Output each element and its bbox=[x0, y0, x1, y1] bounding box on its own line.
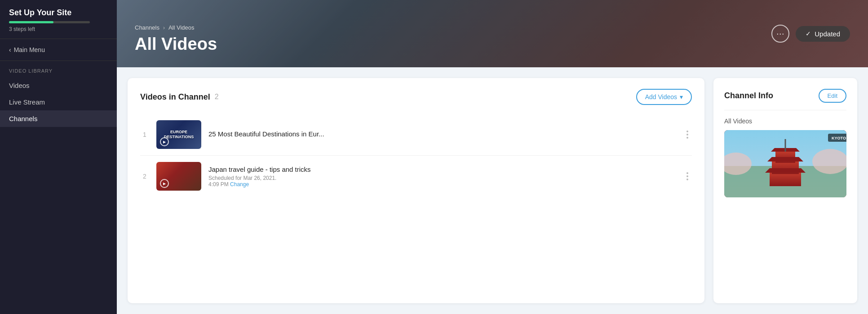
play-icon: ▶ bbox=[160, 179, 169, 188]
header-actions: ··· ✓ Updated bbox=[771, 25, 850, 43]
table-row: 2 ▶ Japan travel guide - tips and tricks… bbox=[140, 156, 692, 197]
chevron-left-icon: ‹ bbox=[9, 46, 11, 53]
panel-title-row: Videos in Channel 2 bbox=[140, 92, 219, 102]
sidebar-item-label: Videos bbox=[9, 82, 30, 89]
more-options-button[interactable]: ··· bbox=[771, 25, 789, 43]
svg-marker-8 bbox=[767, 157, 803, 161]
hero-overlay bbox=[117, 0, 868, 67]
sidebar-item-videos[interactable]: Videos bbox=[0, 77, 117, 94]
chevron-down-icon: ▾ bbox=[680, 93, 683, 100]
breadcrumb-current: All Videos bbox=[168, 24, 195, 31]
panel-header: Videos in Channel 2 Add Videos ▾ bbox=[140, 89, 692, 105]
video-number: 2 bbox=[140, 173, 149, 180]
panel-count: 2 bbox=[215, 93, 219, 101]
sidebar-nav: Videos Live Stream Channels bbox=[0, 77, 117, 127]
add-videos-label: Add Videos bbox=[645, 93, 677, 100]
video-title: 25 Most Beautiful Destinations in Eur... bbox=[208, 130, 676, 138]
sidebar-section-label: Video Library bbox=[0, 61, 117, 77]
schedule-change-link[interactable]: Change bbox=[230, 181, 249, 188]
breadcrumb: Channels › All Videos bbox=[135, 24, 850, 31]
add-videos-button[interactable]: Add Videos ▾ bbox=[636, 89, 692, 105]
dot-icon bbox=[686, 134, 688, 135]
schedule-text: Scheduled for Mar 26, 2021. bbox=[208, 175, 276, 181]
dot-icon bbox=[686, 175, 688, 177]
video-schedule: Scheduled for Mar 26, 2021. 4:09 PM Chan… bbox=[208, 175, 676, 188]
sidebar-item-label: Channels bbox=[9, 115, 37, 122]
video-menu-button[interactable] bbox=[683, 129, 692, 140]
setup-title: Set Up Your Site bbox=[9, 8, 108, 17]
svg-text:KYOTO: KYOTO bbox=[832, 136, 846, 140]
svg-marker-7 bbox=[765, 168, 806, 173]
sidebar-item-channels[interactable]: Channels bbox=[0, 110, 117, 127]
side-panel-header: Channel Info Edit bbox=[724, 89, 846, 110]
thumb-inner: KYOTO bbox=[724, 130, 846, 197]
sidebar-item-live-stream[interactable]: Live Stream bbox=[0, 94, 117, 110]
main-panel: Videos in Channel 2 Add Videos ▾ 1 EUROP… bbox=[128, 78, 704, 303]
breadcrumb-parent[interactable]: Channels bbox=[135, 24, 159, 31]
panel-title: Videos in Channel bbox=[140, 92, 210, 102]
video-thumbnail: ▶ bbox=[156, 162, 201, 191]
svg-rect-4 bbox=[770, 173, 801, 186]
channel-name-label: All Videos bbox=[724, 118, 846, 125]
main-content: Channels › All Videos All Videos ··· ✓ U… bbox=[117, 0, 868, 314]
video-number: 1 bbox=[140, 131, 149, 138]
dot-icon bbox=[686, 179, 688, 180]
hero-header: Channels › All Videos All Videos ··· ✓ U… bbox=[117, 0, 868, 67]
video-menu-button[interactable] bbox=[683, 170, 692, 182]
main-menu-label: Main Menu bbox=[14, 46, 45, 53]
progress-bar-fill bbox=[9, 21, 53, 23]
content-area: Videos in Channel 2 Add Videos ▾ 1 EUROP… bbox=[117, 67, 868, 314]
main-menu-section: ‹ Main Menu bbox=[0, 39, 117, 61]
updated-label: Updated bbox=[815, 30, 840, 38]
edit-button[interactable]: Edit bbox=[819, 89, 846, 103]
table-row: 1 EUROPEDESTINATIONS ▶ 25 Most Beautiful… bbox=[140, 114, 692, 156]
channel-thumbnail: KYOTO bbox=[724, 130, 846, 197]
channel-thumbnail-svg: KYOTO bbox=[724, 130, 846, 197]
main-menu-link[interactable]: ‹ Main Menu bbox=[9, 46, 108, 53]
video-info: 25 Most Beautiful Destinations in Eur... bbox=[208, 130, 676, 140]
play-icon: ▶ bbox=[160, 137, 169, 146]
setup-section: Set Up Your Site 3 steps left bbox=[0, 0, 117, 39]
side-panel: Channel Info Edit All Videos bbox=[713, 78, 857, 303]
page-title: All Videos bbox=[135, 35, 850, 54]
breadcrumb-separator: › bbox=[163, 25, 165, 31]
side-panel-title: Channel Info bbox=[724, 91, 773, 100]
sidebar-item-label: Live Stream bbox=[9, 98, 45, 106]
sidebar: Set Up Your Site 3 steps left ‹ Main Men… bbox=[0, 0, 117, 314]
video-thumbnail: EUROPEDESTINATIONS ▶ bbox=[156, 120, 201, 149]
progress-bar-background bbox=[9, 21, 90, 23]
schedule-time: 4:09 PM bbox=[208, 181, 229, 188]
video-title: Japan travel guide - tips and tricks bbox=[208, 166, 676, 173]
dot-icon bbox=[686, 131, 688, 132]
dot-icon bbox=[686, 137, 688, 139]
video-info: Japan travel guide - tips and tricks Sch… bbox=[208, 166, 676, 188]
check-icon: ✓ bbox=[806, 30, 811, 37]
updated-button[interactable]: ✓ Updated bbox=[796, 26, 850, 42]
steps-left: 3 steps left bbox=[9, 26, 108, 32]
dot-icon bbox=[686, 172, 688, 174]
